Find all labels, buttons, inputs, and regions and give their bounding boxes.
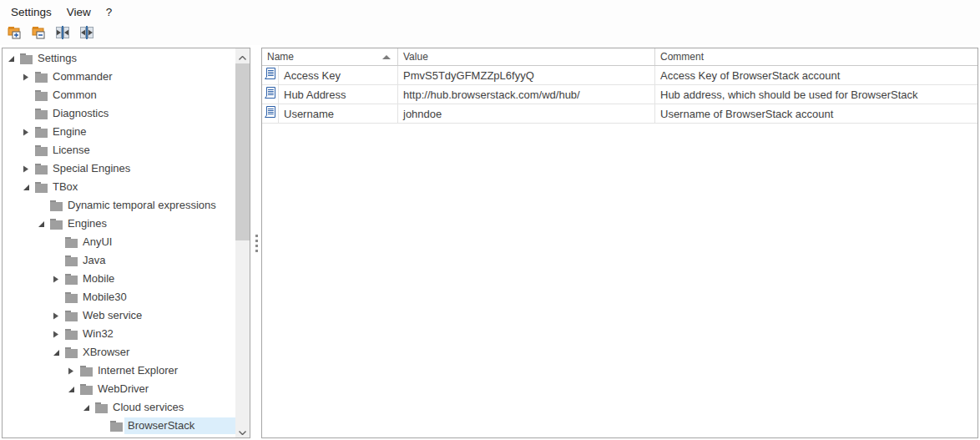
tree-item-label: Mobile30 bbox=[79, 289, 235, 306]
tree-expander[interactable] bbox=[68, 362, 80, 380]
tree-item-label: Common bbox=[49, 87, 235, 104]
column-header-comment-label: Comment bbox=[660, 51, 704, 63]
folder-icon bbox=[65, 251, 79, 270]
tree-item[interactable]: AnyUI bbox=[3, 233, 235, 251]
tree-item[interactable]: Cloud services bbox=[3, 398, 235, 417]
column-header-comment[interactable]: Comment bbox=[655, 48, 977, 65]
tree-item-label: Settings bbox=[34, 50, 235, 67]
setting-value[interactable]: PmvS5TdyGFMZZpL6fyyQ bbox=[398, 66, 655, 84]
expand-all-folders-button[interactable] bbox=[6, 26, 23, 43]
tree-item[interactable]: Special Engines bbox=[3, 159, 235, 178]
column-header-name[interactable]: Name bbox=[262, 48, 398, 65]
folder-icon bbox=[35, 435, 49, 437]
tree-expander[interactable] bbox=[53, 325, 65, 343]
tree-item[interactable]: License bbox=[3, 141, 235, 159]
tree-item[interactable]: BrowserStack bbox=[3, 417, 235, 435]
tree-item[interactable]: Internet Explorer bbox=[3, 362, 235, 380]
folder-icon bbox=[35, 123, 49, 141]
tree-expander[interactable] bbox=[53, 233, 65, 251]
tree-expander[interactable] bbox=[23, 86, 35, 104]
folder-icon bbox=[50, 215, 64, 233]
menu-help[interactable]: ? bbox=[99, 3, 120, 22]
expand-panel-width-button[interactable] bbox=[54, 26, 71, 43]
scroll-down-button[interactable] bbox=[235, 423, 250, 437]
tree-item[interactable]: Settings bbox=[3, 49, 235, 68]
setting-name: Username bbox=[279, 104, 398, 123]
setting-name: Hub Address bbox=[279, 85, 398, 104]
tree-item[interactable]: Engines bbox=[3, 215, 235, 233]
folder-icon bbox=[35, 141, 49, 159]
tree-expander[interactable] bbox=[53, 288, 65, 306]
setting-value[interactable]: johndoe bbox=[398, 104, 655, 123]
settings-tree-panel: Settings Commander Common bbox=[2, 48, 250, 438]
column-header-value-label: Value bbox=[403, 51, 428, 63]
folder-icon bbox=[65, 270, 79, 288]
folder-icon bbox=[65, 343, 79, 362]
column-header-value[interactable]: Value bbox=[398, 48, 655, 65]
expand-all-folders-icon bbox=[8, 26, 22, 43]
menu-settings[interactable]: Settings bbox=[3, 3, 59, 22]
setting-value[interactable]: http://hub.browserstack.com/wd/hub/ bbox=[398, 85, 655, 104]
shrink-panel-width-button[interactable] bbox=[78, 26, 95, 43]
tree-expander[interactable] bbox=[23, 104, 35, 123]
tree-expander[interactable] bbox=[23, 68, 35, 86]
tree-item[interactable]: Diagnostics bbox=[3, 104, 235, 123]
collapsed-arrow-icon bbox=[23, 165, 30, 173]
tree-item[interactable]: WebDriver bbox=[3, 380, 235, 398]
folder-icon bbox=[80, 362, 94, 380]
tree-item[interactable]: Dynamic temporal expressions bbox=[3, 196, 235, 215]
collapse-all-folders-button[interactable] bbox=[30, 26, 47, 43]
tree-expander[interactable] bbox=[38, 215, 50, 233]
folder-icon bbox=[35, 68, 49, 86]
tree-item[interactable]: XBrowser bbox=[3, 343, 235, 362]
tree-item[interactable]: Engine bbox=[3, 123, 235, 141]
tree-expander[interactable] bbox=[83, 398, 95, 417]
tree-expander[interactable] bbox=[98, 417, 110, 435]
tree-expander[interactable] bbox=[53, 270, 65, 288]
tree-item[interactable] bbox=[3, 435, 235, 437]
table-row[interactable]: Hub Address http://hub.browserstack.com/… bbox=[262, 85, 977, 104]
tree-item-label: XBrowser bbox=[79, 344, 235, 361]
folder-icon bbox=[65, 288, 79, 306]
tree-item-label: Dynamic temporal expressions bbox=[64, 197, 235, 214]
column-header-name-label: Name bbox=[267, 51, 294, 63]
folder-icon bbox=[50, 196, 64, 215]
tree-item[interactable]: Mobile30 bbox=[3, 288, 235, 306]
table-row[interactable]: Username johndoe Username of BrowserStac… bbox=[262, 104, 977, 124]
tree-item[interactable]: Web service bbox=[3, 306, 235, 325]
tree-item[interactable]: Commander bbox=[3, 68, 235, 86]
tree-expander[interactable] bbox=[53, 306, 65, 325]
tree-item-label: Engines bbox=[64, 215, 235, 232]
tree-item[interactable]: Common bbox=[3, 86, 235, 104]
tree-item[interactable]: TBox bbox=[3, 178, 235, 196]
settings-tree: Settings Commander Common bbox=[3, 49, 235, 437]
tree-expander[interactable] bbox=[38, 196, 50, 215]
tree-item-label: Win32 bbox=[79, 326, 235, 342]
tree-expander[interactable] bbox=[53, 343, 65, 362]
tree-item[interactable]: Java bbox=[3, 251, 235, 270]
tree-scrollbar[interactable] bbox=[235, 48, 250, 437]
shrink-panel-width-icon bbox=[80, 26, 93, 43]
tree-item-label: License bbox=[49, 142, 235, 159]
tree-item[interactable]: Mobile bbox=[3, 270, 235, 288]
folder-icon bbox=[35, 86, 49, 104]
tree-expander[interactable] bbox=[68, 380, 80, 398]
setting-comment: Access Key of BrowserStack account bbox=[655, 66, 977, 84]
setting-icon-cell bbox=[262, 66, 279, 84]
tree-expander[interactable] bbox=[23, 178, 35, 196]
tree-expander[interactable] bbox=[8, 49, 20, 68]
scroll-up-button[interactable] bbox=[235, 48, 250, 63]
collapsed-arrow-icon bbox=[53, 276, 60, 283]
panel-splitter[interactable] bbox=[251, 48, 261, 438]
tree-expander[interactable] bbox=[23, 141, 35, 159]
tree-expander[interactable] bbox=[23, 435, 35, 437]
scroll-down-icon bbox=[239, 423, 246, 438]
tree-expander[interactable] bbox=[23, 159, 35, 178]
tree-item-label: Mobile bbox=[79, 271, 235, 287]
table-row[interactable]: Access Key PmvS5TdyGFMZZpL6fyyQ Access K… bbox=[262, 66, 977, 85]
menu-view[interactable]: View bbox=[59, 3, 99, 22]
tree-expander[interactable] bbox=[23, 123, 35, 141]
tree-expander[interactable] bbox=[53, 251, 65, 270]
tree-item[interactable]: Win32 bbox=[3, 325, 235, 343]
tree-scrollbar-thumb[interactable] bbox=[235, 63, 250, 240]
